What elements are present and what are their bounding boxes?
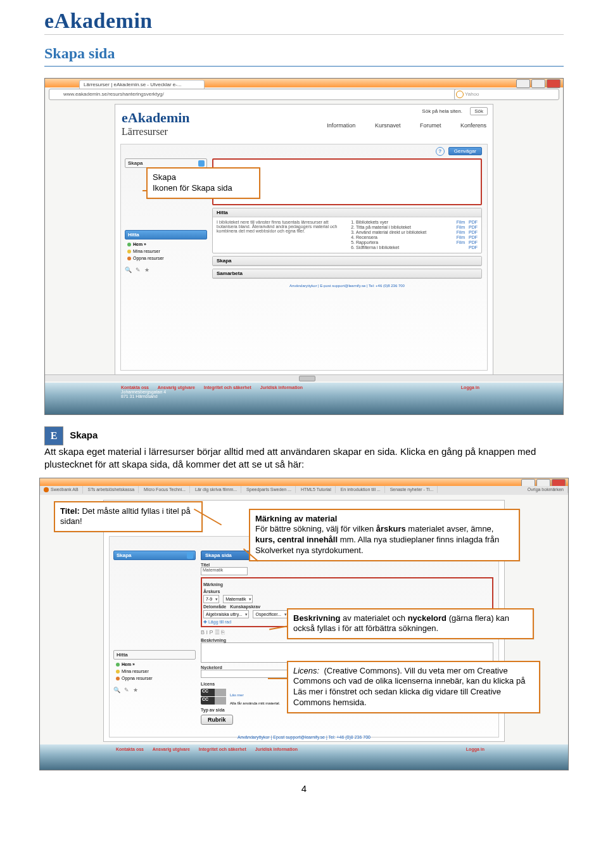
window-titlebar [40, 478, 568, 486]
sidebar-mina[interactable]: Mina resurser [113, 668, 196, 675]
site-frame: Sök på hela siten. Sök eAkademinLärresur… [115, 104, 493, 375]
beskrivning-textarea[interactable] [201, 642, 493, 663]
tool-icons: 🔍✎★ [113, 687, 196, 693]
sidebar-skapa[interactable]: Skapa [113, 551, 196, 560]
step-list: Bibliotekets vyerFilmPDF Titta på materi… [347, 220, 478, 250]
footer-link[interactable]: Integritet och säkerhet [204, 385, 251, 390]
sidebar-hitta[interactable]: Hitta [125, 230, 207, 239]
footer-link[interactable]: Ansvarig utgivare [158, 385, 195, 390]
scrollbar[interactable] [45, 374, 563, 381]
help-icon[interactable]: ? [436, 147, 445, 156]
section-heading: Skapa sida [0, 40, 608, 66]
search-label: Sök på hela siten. [422, 108, 462, 114]
footer-link[interactable]: Juridisk information [260, 385, 303, 390]
panel-skapa-collapsed[interactable]: Skapa [212, 256, 482, 266]
close-icon [547, 79, 560, 88]
callout-tagging: Märkning av material För bättre sökning,… [249, 509, 520, 562]
nav-kursnavet[interactable]: Kursnavet [375, 122, 401, 129]
sidebar-oppna[interactable]: Öppna resurser [113, 675, 196, 682]
login-link[interactable]: Logga in [461, 385, 479, 390]
page-number: 4 [0, 770, 608, 800]
nav-konferens[interactable]: Konferens [460, 122, 486, 129]
site-top-search: Sök på hela siten. Sök [415, 108, 488, 114]
left-column: Skapa Hitta Hem » Mina resurser Öppna re… [113, 551, 196, 693]
search-icon [456, 91, 464, 98]
label-tagging: Märkning [203, 582, 491, 587]
bookmark[interactable]: STs arbetslöshetskassa [84, 486, 139, 493]
tag-icon: ✎ [136, 267, 141, 273]
sidebar-mina[interactable]: Mina resurser [125, 248, 207, 255]
callout-desc: Beskrivning av materialet och nyckelord … [287, 608, 534, 640]
rubrik-button[interactable]: Rubrik [201, 715, 233, 725]
dot-icon [127, 250, 131, 253]
select-arskurs[interactable]: 7-9 [203, 595, 219, 603]
skapa-icon: E [44, 426, 63, 445]
dot-icon [127, 257, 131, 260]
bookmarks-bar: Swedbank AB STs arbetslöshetskassa Micro… [40, 486, 568, 495]
page-footer: Kontakta oss Ansvarig utgivare Integrite… [40, 744, 568, 770]
maximize-icon [531, 79, 545, 88]
search-icon: 🔍 [125, 267, 132, 273]
sidebar-skapa[interactable]: Skapa [125, 158, 207, 168]
bookmark[interactable]: Speedparts Sweden ... [243, 486, 296, 493]
address-bar[interactable]: www.eakademin.se/resurshanteringsverktyg… [49, 89, 462, 100]
nav-forumet[interactable]: Forumet [420, 122, 441, 129]
browser-search[interactable]: Yahoo [454, 89, 559, 100]
section-rule [44, 66, 564, 67]
bookmark-more[interactable]: Övriga bokmärken [524, 486, 568, 493]
main-nav: Information Kursnavet Forumet Konferens [309, 122, 486, 132]
tool-icons: 🔍✎★ [125, 267, 207, 273]
screenshot-1: Lärresurser | eAkademin.se - Utvecklar e… [44, 78, 564, 415]
bookmark[interactable]: Senaste nyheter - Tl... [386, 486, 438, 493]
logo-rule [44, 34, 564, 35]
panel-hitta: Hitta I biblioteket nere till vänster fi… [212, 208, 482, 253]
window-controls [515, 79, 560, 87]
panel-text: I biblioteket nere till vänster finns tu… [217, 220, 347, 250]
nav-info[interactable]: Information [327, 122, 355, 129]
page-footer: Kontakta oss Ansvarig utgivare Integrite… [45, 383, 563, 414]
panel-header: Hitta [213, 208, 481, 217]
body-text: E Skapa Att skapa eget material i lärres… [0, 424, 608, 478]
sidebar-hem[interactable]: Hem » [125, 241, 207, 248]
chevron-icon [187, 552, 193, 559]
label-arskurs: Årskurs [203, 589, 491, 594]
cc-icon [201, 697, 226, 705]
callout-title: Titel: Det måste alltid fyllas i titel p… [54, 501, 203, 533]
callout-license: Licens: (Creative Commons). Vill du veta… [287, 661, 540, 714]
panel-samarbeta[interactable]: Samarbeta [212, 269, 482, 279]
footer-link[interactable]: Kontakta oss [121, 385, 149, 390]
bookmark[interactable]: Micro Focus Techni... [140, 486, 190, 493]
select-omrade[interactable]: Algebraiska uttry... [203, 610, 249, 618]
doc-logo: eAkademin [0, 0, 608, 33]
select-kunskap[interactable]: Ospecificer... [253, 610, 288, 618]
star-icon: ★ [144, 267, 149, 273]
label-title: Titel [201, 563, 493, 567]
sidebar-hitta[interactable]: Hitta [113, 650, 196, 660]
shortcuts-button[interactable]: Genvägar [448, 147, 482, 155]
help-bar: ? Genvägar [436, 147, 482, 156]
search-button[interactable]: Sök [470, 107, 488, 115]
bookmark[interactable]: Lär dig skriva filmm... [191, 486, 241, 493]
sidebar-hem[interactable]: Hem » [113, 661, 196, 668]
support-line: Användaryttykor | Epost support@learnify… [40, 735, 568, 739]
chevron-icon [198, 160, 205, 167]
screenshot-2: Swedbank AB STs arbetslöshetskassa Micro… [39, 478, 569, 770]
bookmark[interactable]: En introduktion till ... [337, 486, 385, 493]
dot-icon [127, 243, 131, 246]
title-input[interactable]: Matematik [201, 567, 248, 575]
callout-skapa-icon: Skapa Ikonen för Skapa sida [146, 167, 260, 199]
cc-icon [201, 689, 226, 696]
support-line: Användaryttykor | E-post support@learnif… [212, 284, 482, 288]
sidebar-oppna[interactable]: Öppna resurser [125, 255, 207, 262]
minimize-icon [516, 79, 530, 88]
bookmark[interactable]: HTML5 Tutorial [297, 486, 336, 493]
select-amne[interactable]: Matematik [223, 595, 253, 603]
bookmark[interactable]: Swedbank AB [40, 486, 83, 494]
